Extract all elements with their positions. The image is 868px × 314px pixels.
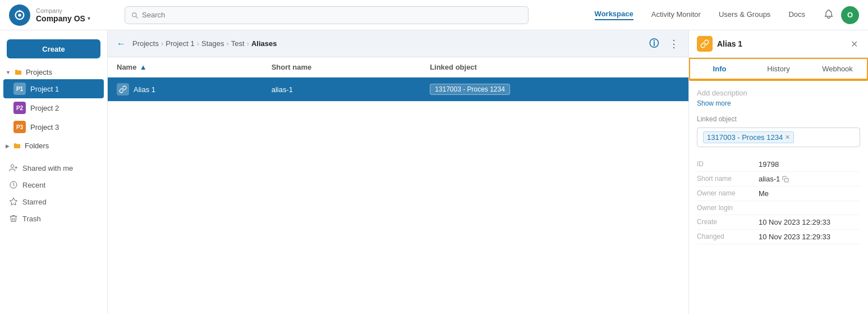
main-layout: Create ▼ Projects P1 Project 1 P2 Projec… [0,30,868,314]
meta-row-ownername: Owner name Me [697,186,860,201]
col-short-name[interactable]: Short name [263,57,421,78]
panel-title-icon [697,36,713,52]
svg-point-3 [11,165,13,167]
sidebar-item-label: Recent [22,181,45,189]
add-description-text: Add description [697,89,860,97]
project3-badge: P3 [13,121,26,133]
show-more-link[interactable]: Show more [697,99,860,107]
folders-chevron-icon: ▶ [6,143,10,149]
remove-linked-object-button[interactable]: ✕ [785,134,790,141]
sidebar-projects-section: ▼ Projects P1 Project 1 P2 Project 2 P3 … [0,65,107,139]
company-label: Company [36,7,90,14]
sidebar-item-label: Shared with me [22,164,73,172]
trash-icon [9,214,18,223]
sidebar-item-shared[interactable]: Shared with me [0,160,107,176]
sort-arrow-icon: ▲ [140,63,147,71]
col-linked-object[interactable]: Linked object [421,57,688,78]
company-name: Company OS [36,14,85,23]
svg-rect-6 [785,178,789,182]
nav-activity-monitor[interactable]: Activity Monitor [651,10,701,20]
meta-label-create: Create [697,215,759,230]
nav-users-groups[interactable]: Users & Groups [719,10,770,20]
breadcrumb-sep1: › [161,39,163,48]
right-panel: Alias 1 ✕ Info History Webhook Add descr… [688,30,868,314]
breadcrumb-actions: ⓘ ⋮ [647,35,682,52]
breadcrumb-sep2: › [197,39,199,48]
company-dropdown[interactable]: Company Company OS ▾ [36,7,90,23]
sidebar-item-label: Project 3 [30,123,59,131]
search-icon [131,11,139,19]
panel-tabs-border: Info History Webhook [689,58,868,81]
projects-folder-icon [14,68,22,76]
close-panel-button[interactable]: ✕ [848,38,860,51]
breadcrumb-projects[interactable]: Projects [132,39,159,48]
sidebar-item-starred[interactable]: Starred [0,193,107,210]
create-button[interactable]: Create [7,39,100,58]
meta-value-id: 19798 [759,160,860,169]
panel-header: Alias 1 ✕ [689,30,868,58]
cell-short-name: alias-1 [263,78,421,102]
nav-icons: O [823,6,859,24]
sidebar-item-trash[interactable]: Trash [0,210,107,227]
sidebar-bottom: Shared with me Recent Starred Trash [0,160,107,227]
breadcrumb-sep4: › [247,39,249,48]
logo-icon[interactable] [9,4,30,26]
nav-workspace[interactable]: Workspace [595,10,633,20]
meta-value-create: 10 Nov 2023 12:29:33 [759,218,860,226]
panel-title: Alias 1 [717,39,844,48]
copy-shortname-icon[interactable] [782,176,789,183]
col-name[interactable]: Name ▲ [108,57,263,78]
meta-value-shortname: alias-1 [759,175,860,183]
table-container: Name ▲ Short name Linked object [108,57,688,314]
notification-bell-icon[interactable] [823,8,834,21]
sidebar-item-project3[interactable]: P3 Project 3 [0,117,107,136]
shared-icon [9,163,18,172]
sidebar-item-label: Project 1 [30,85,59,93]
meta-label-ownerlogin: Owner login [697,201,759,215]
sidebar-item-label: Starred [22,198,47,206]
breadcrumb: Projects › Project 1 › Stages › Test › A… [132,39,277,48]
sidebar-item-project1[interactable]: P1 Project 1 [3,79,104,98]
meta-label-ownername: Owner name [697,186,759,201]
linked-object-label: Linked object [697,115,860,123]
project2-badge: P2 [13,102,26,114]
tab-info[interactable]: Info [690,59,749,79]
meta-row-shortname: Short name alias-1 [697,172,860,186]
svg-marker-5 [10,198,17,205]
info-icon[interactable]: ⓘ [647,35,661,52]
recent-icon [9,180,18,189]
more-options-icon[interactable]: ⋮ [667,35,682,52]
top-nav: Company Company OS ▾ Workspace Activity … [0,0,868,30]
breadcrumb-stages[interactable]: Stages [201,39,224,48]
aliases-table: Name ▲ Short name Linked object [108,57,688,102]
folders-folder-icon [13,142,21,150]
breadcrumb-current: Aliases [251,39,277,48]
sidebar-item-label: Trash [22,215,41,223]
content-area: ← Projects › Project 1 › Stages › Test ›… [108,30,688,314]
sidebar-folders-header[interactable]: ▶ Folders [0,139,107,153]
breadcrumb-sep3: › [226,39,228,48]
linked-object-field[interactable]: 1317003 - Proces 1234 ✕ [697,128,860,147]
sidebar-item-project2[interactable]: P2 Project 2 [0,98,107,117]
search-bar [125,6,529,24]
table-row[interactable]: Alias 1 alias-1 1317003 - Proces 1234 [108,78,688,102]
search-input[interactable] [142,11,522,19]
meta-label-id: ID [697,157,759,172]
meta-row-create: Create 10 Nov 2023 12:29:33 [697,215,860,230]
back-button[interactable]: ← [114,38,128,50]
cell-name: Alias 1 [108,78,263,102]
tab-history[interactable]: History [749,59,808,79]
meta-row-changed: Changed 10 Nov 2023 12:29:33 [697,230,860,244]
nav-docs[interactable]: Docs [788,10,805,20]
company-dropdown-arrow: ▾ [88,15,90,21]
tab-webhook[interactable]: Webhook [808,59,867,79]
sidebar-projects-header[interactable]: ▼ Projects [0,65,107,79]
alias-icon-square [117,83,129,95]
linked-object-badge: 1317003 - Proces 1234 [430,84,510,95]
sidebar-projects-label: Projects [26,68,52,76]
breadcrumb-project1[interactable]: Project 1 [166,39,194,48]
meta-row-id: ID 19798 [697,157,860,172]
avatar[interactable]: O [841,6,859,24]
breadcrumb-test[interactable]: Test [231,39,245,48]
sidebar-item-recent[interactable]: Recent [0,176,107,193]
